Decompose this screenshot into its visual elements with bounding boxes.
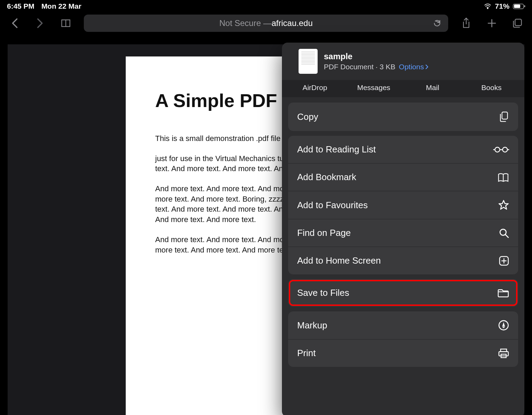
action-add-favourites[interactable]: Add to Favourites (288, 191, 518, 219)
action-print[interactable]: Print (288, 339, 518, 367)
tabs-button[interactable] (510, 16, 525, 31)
share-options-button[interactable]: Options (399, 63, 428, 71)
bookmarks-button[interactable] (58, 16, 73, 31)
share-header: sample PDF Document · 3 KB Options (282, 43, 524, 80)
action-copy[interactable]: Copy (288, 103, 518, 131)
status-bar: 6:45 PM Mon 22 Mar 71% (0, 0, 532, 12)
book-icon (497, 173, 509, 182)
wifi-icon (484, 3, 491, 9)
battery-icon (513, 4, 525, 9)
glasses-icon (493, 146, 509, 153)
copy-icon (499, 111, 509, 123)
share-target-messages[interactable]: Messages (344, 83, 403, 92)
action-save-to-files[interactable]: Save to Files (288, 279, 518, 307)
share-target-mail[interactable]: Mail (403, 83, 462, 92)
action-reading-list[interactable]: Add to Reading List (288, 136, 518, 164)
share-file-name: sample (324, 52, 517, 61)
svg-point-6 (503, 147, 507, 152)
search-icon (499, 228, 509, 238)
svg-marker-7 (499, 201, 508, 209)
action-find-on-page[interactable]: Find on Page (288, 219, 518, 247)
share-file-meta: PDF Document · 3 KB (324, 63, 396, 71)
share-target-airdrop[interactable]: AirDrop (285, 83, 344, 92)
back-button[interactable] (7, 16, 22, 31)
svg-rect-3 (515, 19, 521, 25)
svg-line-9 (505, 234, 508, 237)
address-insecure: Not Secure — (219, 18, 272, 28)
address-host: africau.edu (272, 18, 313, 28)
share-button[interactable] (459, 16, 474, 31)
file-thumbnail (299, 49, 318, 74)
share-targets-row: AirDrop Messages Mail Books (282, 80, 524, 98)
action-markup[interactable]: Markup (288, 311, 518, 339)
action-add-home-screen[interactable]: Add to Home Screen (288, 247, 518, 274)
plus-square-icon (499, 256, 509, 266)
browser-toolbar: Not Secure — africau.edu (0, 12, 532, 38)
printer-icon (498, 348, 509, 359)
reload-icon[interactable] (433, 19, 441, 27)
status-time: 6:45 PM (7, 2, 34, 10)
svg-rect-4 (502, 112, 507, 119)
markup-icon (498, 320, 509, 331)
status-date: Mon 22 Mar (41, 2, 81, 10)
action-add-bookmark[interactable]: Add Bookmark (288, 164, 518, 191)
forward-button[interactable] (33, 16, 48, 31)
battery-pct: 71% (495, 2, 509, 10)
star-icon (498, 200, 509, 211)
svg-point-0 (487, 8, 488, 9)
share-sheet: sample PDF Document · 3 KB Options AirDr… (282, 43, 524, 415)
svg-point-5 (495, 147, 500, 152)
share-target-books[interactable]: Books (462, 83, 521, 92)
address-bar[interactable]: Not Secure — africau.edu (84, 15, 448, 32)
new-tab-button[interactable] (484, 16, 499, 31)
folder-icon (497, 288, 509, 298)
